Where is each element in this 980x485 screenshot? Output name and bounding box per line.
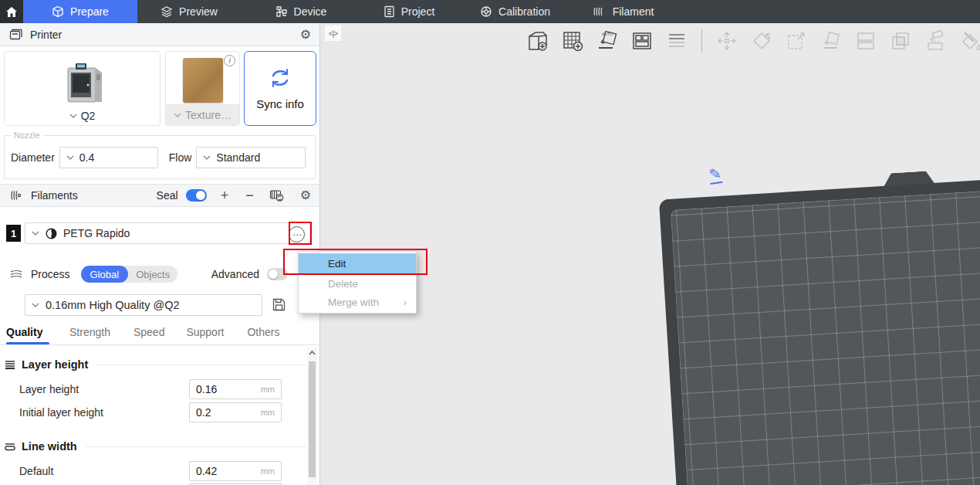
param-unit: mm (261, 466, 275, 476)
filament-brand-icon (46, 228, 57, 239)
flow-dropdown[interactable]: Standard (196, 147, 306, 168)
save-preset-icon[interactable] (272, 297, 286, 312)
scope-global-button[interactable]: Global (81, 266, 129, 283)
layer-height-icon (4, 359, 16, 370)
filament-slot-number: 1 (6, 225, 21, 242)
arrange-icon[interactable] (629, 28, 655, 54)
tab-label: Calibration (498, 5, 550, 18)
home-icon (5, 6, 18, 18)
process-section-title: Process (31, 268, 70, 280)
tab-strength[interactable]: Strength (69, 324, 110, 344)
left-sidebar-panel: Printer ⚙ Q2 (0, 23, 320, 485)
sync-icon (267, 66, 293, 90)
param-value: 0.16 (196, 383, 261, 395)
diameter-label: Diameter (11, 151, 55, 164)
process-preset-row: 0.16mm High Quality @Q2 (0, 294, 320, 317)
lay-on-face-icon[interactable] (818, 28, 844, 54)
menu-item-edit[interactable]: Edit (299, 253, 416, 274)
filaments-section-title: Filaments (31, 189, 78, 202)
color-paint-icon[interactable] (957, 28, 980, 54)
plate-grid-surface[interactable] (671, 188, 980, 485)
build-plate-3d[interactable] (659, 178, 980, 485)
nozzle-diameter-dropdown[interactable]: 0.4 (59, 147, 158, 168)
nozzle-legend: Nozzle (11, 131, 43, 140)
layer-height-section-header: Layer height (4, 357, 306, 372)
scrollbar-thumb[interactable] (309, 361, 316, 477)
tab-label: Prepare (70, 5, 109, 18)
tab-speed[interactable]: Speed (133, 324, 164, 344)
scale-icon[interactable] (783, 28, 809, 54)
filament-coil-icon (9, 189, 23, 202)
printer-model-selector[interactable]: Q2 (69, 110, 96, 122)
process-layers-icon (9, 269, 23, 280)
process-tabs: Quality Strength Speed Support Others (0, 324, 320, 345)
calibration-icon (480, 5, 492, 18)
param-unit: mm (261, 408, 275, 417)
flow-label: Flow (169, 151, 192, 164)
assembly-view-icon[interactable] (664, 28, 690, 54)
seal-toggle[interactable] (186, 189, 207, 202)
process-preset-dropdown[interactable]: 0.16mm High Quality @Q2 (25, 294, 262, 316)
plate-type-name: Texture… (185, 109, 231, 121)
line-width-icon (4, 442, 16, 452)
filament-settings-gear-icon[interactable]: ⚙ (300, 189, 311, 202)
filament-selector[interactable]: PETG Rapido ⋯ (25, 222, 310, 244)
viewport-3d[interactable]: <|> AUTO (321, 23, 980, 485)
add-filament-button[interactable]: + (219, 188, 231, 202)
tab-label: Filament (613, 5, 654, 18)
layer-height-input[interactable]: 0.16 mm (189, 379, 282, 399)
menu-item-merge-with[interactable]: Merge with › (299, 293, 416, 311)
param-row-initial-layer-height: Initial layer height 0.2 mm (19, 402, 301, 422)
remove-filament-button[interactable]: − (244, 188, 255, 202)
advanced-toggle[interactable] (267, 268, 288, 280)
tab-quality[interactable]: Quality (6, 324, 49, 344)
collapse-panel-button[interactable]: <|> (325, 25, 341, 41)
variable-layer-height-icon[interactable] (887, 28, 914, 54)
plate-type-selector[interactable]: Texture… (174, 109, 231, 121)
param-value: 0.42 (196, 465, 261, 477)
rotate-icon[interactable] (749, 28, 775, 54)
submenu-arrow-icon: › (404, 297, 407, 308)
tab-others[interactable]: Others (247, 324, 279, 344)
filament-context-menu: Edit Delete Merge with › (298, 251, 417, 314)
plate-info-icon[interactable]: i (224, 55, 235, 66)
slicer-app: Prepare Preview Device Project Calibrati… (0, 0, 980, 485)
edit-plate-name-pencil-icon[interactable]: ✎ (708, 166, 723, 185)
tab-preview[interactable]: Preview (147, 0, 231, 23)
move-icon[interactable] (714, 28, 740, 54)
param-unit: mm (261, 385, 275, 394)
printer-settings-gear-icon[interactable]: ⚙ (300, 29, 311, 41)
scroll-up-arrow-icon[interactable] (309, 351, 316, 355)
add-model-icon[interactable] (525, 28, 551, 54)
process-preset-name: 0.16mm High Quality @Q2 (46, 299, 179, 311)
filament-name: PETG Rapido (63, 227, 130, 239)
add-plate-icon[interactable] (559, 28, 586, 54)
menu-item-delete[interactable]: Delete (299, 274, 416, 293)
support-paint-icon[interactable] (922, 28, 948, 54)
tab-prepare[interactable]: Prepare (23, 0, 137, 23)
split-icon[interactable] (853, 28, 879, 54)
tab-calibration[interactable]: Calibration (467, 0, 563, 23)
home-button[interactable] (0, 0, 23, 23)
printer-section-header: Printer ⚙ (0, 23, 320, 46)
printer-model-name: Q2 (81, 110, 96, 122)
build-plate-card[interactable]: i Texture… (165, 51, 240, 126)
prepare-icon (52, 5, 64, 18)
tab-filament[interactable]: Filament (583, 0, 664, 23)
ams-sync-icon[interactable] (269, 189, 285, 202)
tab-project[interactable]: Project (374, 0, 444, 23)
scope-objects-button[interactable]: Objects (128, 269, 177, 280)
auto-orient-icon[interactable]: AUTO (594, 28, 620, 54)
top-navigation-bar: Prepare Preview Device Project Calibrati… (0, 0, 980, 23)
tab-support[interactable]: Support (186, 324, 224, 344)
filament-more-options-button[interactable]: ⋯ (289, 226, 305, 242)
sync-info-button[interactable]: Sync info (244, 51, 316, 126)
tab-device[interactable]: Device (262, 0, 340, 23)
printer-model-card[interactable]: Q2 (4, 51, 161, 126)
printer-icon (9, 29, 22, 40)
device-icon (275, 5, 288, 18)
default-line-width-input[interactable]: 0.42 mm (189, 461, 282, 481)
panel-scrollbar[interactable] (307, 348, 317, 485)
initial-layer-height-input[interactable]: 0.2 mm (189, 402, 282, 422)
seal-label: Seal (157, 189, 178, 202)
